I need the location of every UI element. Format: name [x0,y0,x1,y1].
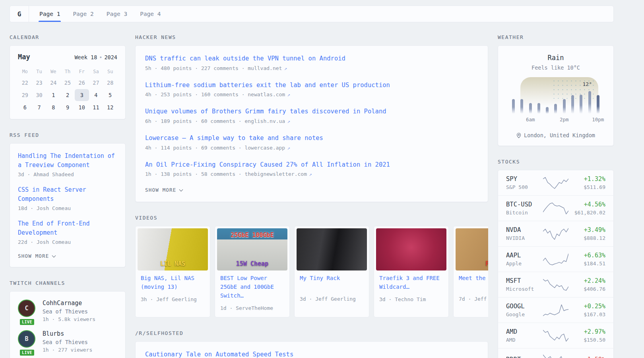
twitch-channel-game: Sea of Thieves [43,308,95,315]
hn-post-link[interactable]: DNS traffic can leak outside the VPN tun… [145,54,478,63]
section-title-calendar: CALENDAR [10,34,126,40]
hn-post-meta: 4h · 114 points · 69 comments · lowercas… [145,145,478,151]
external-link-icon[interactable]: ↗ [284,65,287,71]
weather-bar-column: 6am [526,80,535,114]
stock-change: -1.59% [568,356,605,358]
video-card: 25GbE 100GbE 15W Cheap BEST Low Power 25… [215,226,290,317]
video-title-link[interactable]: BEST Low Power 25GbE and 100GbE Switch… [220,274,284,300]
stock-row[interactable]: AAPL Apple +6.63% $184.51 [498,246,613,272]
twitch-channel-meta: 1h · 277 viewers [43,347,92,353]
weather-hourly-chart: 6am [505,76,606,123]
external-link-icon[interactable]: ↗ [287,118,290,124]
stock-change: +2.24% [568,277,605,284]
hacker-news-card: DNS traffic can leak outside the VPN tun… [135,45,488,202]
calendar-day-header: We [46,66,60,77]
hn-show-more-button[interactable]: SHOW MORE [145,187,478,193]
weather-temp-bar [512,99,515,114]
weather-temp-bar [529,103,532,114]
calendar-day: 6 [18,101,32,113]
rss-show-more-button[interactable]: SHOW MORE [18,253,117,259]
stock-price: $511.69 [568,184,605,190]
weather-section: WEATHER Rain Feels like 10°C [498,34,614,146]
twitch-section: TWITCH CHANNELS C LIVE CohhCarnage Sea o… [10,280,126,358]
rss-card: Handling The Indentation of a Treeview C… [10,143,126,267]
twitch-channel-name[interactable]: Blurbs [43,330,92,337]
hn-post-link[interactable]: An Oil Price-Fixing Conspiracy Caused 27… [145,161,478,169]
video-card: My Tiny Rack 3d · Jeff Geerling [294,226,369,317]
weather-bar-column: 2pm [560,80,568,114]
calendar-day-header: Th [60,66,75,77]
stock-row[interactable]: GOOGL Google +0.25% $167.03 [498,297,613,323]
external-link-icon[interactable]: ↗ [309,171,312,177]
stock-change: +3.49% [568,226,605,233]
weather-location[interactable]: London, United Kingdom [505,132,606,138]
video-thumbnail[interactable] [376,228,446,270]
stock-name: Google [506,311,543,317]
stock-price: $406.76 [568,286,605,292]
video-meta: 7d · Jeff [459,296,488,302]
weather-temp-bar [571,95,574,114]
video-body: Traefik 3 and FREE Wildcard… 3d · Techno… [376,270,446,306]
nav-tab[interactable]: Page 1 [33,6,66,22]
stock-change: +1.32% [568,175,605,183]
stock-row[interactable]: BTC-USD Bitcoin +4.56% $61,820.02 [498,195,613,221]
stock-row[interactable]: SPY S&P 500 +1.32% $511.69 [498,170,613,195]
rss-item: Handling The Indentation of a Treeview C… [18,152,117,177]
nav-tab-label: Page 1 [39,11,60,17]
stock-row[interactable]: MSFT Microsoft +2.24% $406.76 [498,272,613,297]
stock-row[interactable]: AMD AMD +2.97% $150.50 [498,323,613,348]
video-thumbnail[interactable] [297,228,367,270]
stock-price: $184.51 [568,261,605,267]
video-meta: 1d · ServeTheHome [220,305,284,311]
rss-item-link[interactable]: The End of Front-End Development [18,219,117,237]
video-title-link[interactable]: Traefik 3 and FREE Wildcard… [379,274,443,291]
stock-name: Bitcoin [506,210,543,216]
page-tabs: Page 1 Page 2 Page 3 Page 4 [29,6,171,22]
video-thumbnail[interactable]: 25GbE 100GbE 15W Cheap [217,228,287,270]
nav-tab[interactable]: Page 4 [134,6,167,22]
calendar-day: 9 [60,101,75,113]
stock-price: $150.50 [568,337,605,343]
rss-item-link[interactable]: CSS in React Server Components [18,185,117,203]
hn-post-link[interactable]: Lithium-free sodium batteries exit the l… [145,81,478,90]
video-thumbnail[interactable]: FAS [456,228,488,270]
external-link-icon[interactable]: ↗ [287,145,290,151]
calendar-day-header: Tu [32,66,47,77]
rss-item-link[interactable]: Handling The Indentation of a Treeview C… [18,152,117,169]
nav-tab[interactable]: Page 2 [66,6,100,22]
reddit-post: Cautionary Tale on Automated Speed Tests… [145,350,478,358]
chevron-down-icon [179,187,183,191]
hn-post-link[interactable]: Lowercase – A simple way to take and sha… [145,134,478,143]
calendar-grid: Mo Tu We Th Fr Sa Su [18,66,117,77]
app-logo[interactable]: G [10,6,29,22]
twitch-channel-item[interactable]: C LIVE CohhCarnage Sea of Thieves 1h · 5… [18,300,117,322]
external-link-icon[interactable]: ↗ [287,91,290,97]
calendar-day: 27 [89,77,103,89]
hn-post-link[interactable]: Unique volumes of Brothers Grimm fairy t… [145,107,478,116]
stock-row[interactable]: RDDT -1.59% [498,348,613,358]
nav-tab[interactable]: Page 3 [100,6,134,22]
video-body: My Tiny Rack 3d · Jeff Geerling [297,270,367,306]
live-badge: LIVE [19,318,35,326]
section-title-weather: WEATHER [498,34,614,40]
section-title-selfhosted: /R/SELFHOSTED [135,330,488,336]
stock-change: +2.97% [568,328,605,335]
video-title-link[interactable]: Big NAS, Lil NAS (moving 13) [141,274,205,291]
thumbnail-overlay-text: FAS [456,260,488,267]
video-meta: 3h · Jeff Geerling [141,296,205,302]
stock-row[interactable]: NVDA NVIDIA +3.49% $888.12 [498,221,613,246]
twitch-avatar-wrap: B LIVE [18,330,36,353]
twitch-channel-name[interactable]: CohhCarnage [43,300,95,307]
reddit-post-link[interactable]: Cautionary Tale on Automated Speed Tests [145,350,478,358]
calendar-day-header: Fr [75,66,89,77]
weather-temp-bar [580,95,582,114]
video-title-link[interactable]: My Tiny Rack [300,274,364,291]
section-title-twitch: TWITCH CHANNELS [10,280,126,286]
twitch-channel-item[interactable]: B LIVE Blurbs Sea of Thieves 1h · 277 vi… [18,330,117,353]
video-thumbnail[interactable]: LIL NAS [138,228,208,270]
stock-name: AMD [506,337,543,343]
calendar-day-header: Sa [89,66,103,77]
video-title-link[interactable]: Meet the Linux Clu [459,274,488,291]
stock-sparkline [543,176,568,190]
weather-temp-bar [546,107,549,114]
